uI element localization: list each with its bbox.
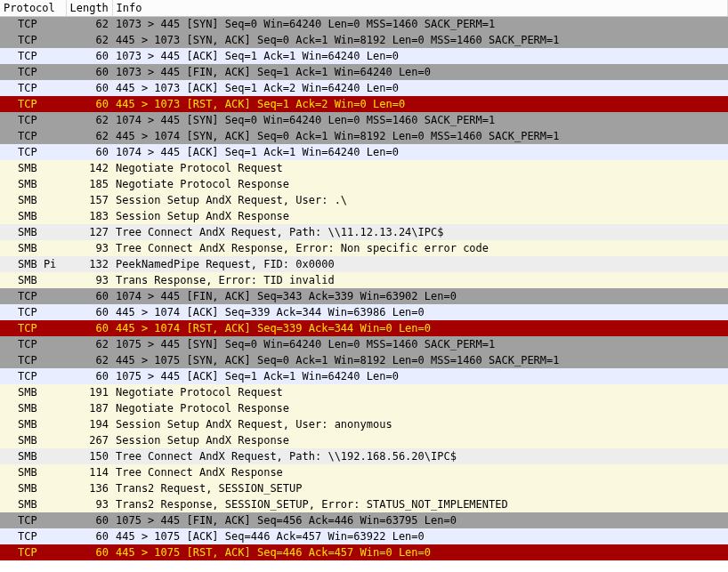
cell-info: Tree Connect AndX Request, Path: \\192.1… [112, 448, 728, 464]
cell-info: Negotiate Protocol Response [112, 176, 728, 192]
cell-length: 62 [66, 128, 112, 144]
cell-protocol: SMB [0, 416, 66, 432]
cell-length: 60 [66, 48, 112, 64]
cell-length: 93 [66, 272, 112, 288]
cell-protocol: SMB [0, 432, 66, 448]
cell-length: 60 [66, 512, 112, 528]
cell-info: Session Setup AndX Response [112, 208, 728, 224]
cell-protocol: SMB [0, 496, 66, 512]
packet-row[interactable]: TCP621075 > 445 [SYN] Seq=0 Win=64240 Le… [0, 336, 728, 352]
packet-row[interactable]: TCP601075 > 445 [ACK] Seq=1 Ack=1 Win=64… [0, 368, 728, 384]
cell-info: Negotiate Protocol Request [112, 384, 728, 400]
cell-info: Trans2 Response, SESSION_SETUP, Error: S… [112, 496, 728, 512]
cell-protocol: TCP [0, 16, 66, 32]
column-header-info[interactable]: Info [112, 0, 728, 16]
packet-row[interactable]: SMB136Trans2 Request, SESSION_SETUP [0, 480, 728, 496]
cell-info: 445 > 1073 [ACK] Seq=1 Ack=2 Win=64240 L… [112, 80, 728, 96]
packet-row[interactable]: SMB191Negotiate Protocol Request [0, 384, 728, 400]
column-header-length[interactable]: Length [66, 0, 112, 16]
cell-length: 114 [66, 464, 112, 480]
cell-info: 1075 > 445 [FIN, ACK] Seq=456 Ack=446 Wi… [112, 512, 728, 528]
packet-row[interactable]: SMB187Negotiate Protocol Response [0, 400, 728, 416]
cell-length: 60 [66, 96, 112, 112]
packet-row[interactable]: TCP601075 > 445 [FIN, ACK] Seq=456 Ack=4… [0, 512, 728, 528]
cell-info: Session Setup AndX Response [112, 432, 728, 448]
cell-length: 60 [66, 544, 112, 560]
cell-protocol: TCP [0, 32, 66, 48]
cell-length: 132 [66, 256, 112, 272]
cell-protocol: TCP [0, 512, 66, 528]
cell-info: PeekNamedPipe Request, FID: 0x0000 [112, 256, 728, 272]
cell-length: 185 [66, 176, 112, 192]
packet-row[interactable]: SMB194Session Setup AndX Request, User: … [0, 416, 728, 432]
packet-row[interactable]: TCP621073 > 445 [SYN] Seq=0 Win=64240 Le… [0, 16, 728, 32]
cell-length: 191 [66, 384, 112, 400]
cell-info: Negotiate Protocol Request [112, 160, 728, 176]
cell-protocol: SMB [0, 272, 66, 288]
cell-length: 194 [66, 416, 112, 432]
packet-row[interactable]: SMB127Tree Connect AndX Request, Path: \… [0, 224, 728, 240]
cell-length: 142 [66, 160, 112, 176]
cell-info: 445 > 1075 [ACK] Seq=446 Ack=457 Win=639… [112, 528, 728, 544]
cell-length: 62 [66, 112, 112, 128]
cell-info: 445 > 1073 [SYN, ACK] Seq=0 Ack=1 Win=81… [112, 32, 728, 48]
packet-row[interactable]: SMB267Session Setup AndX Response [0, 432, 728, 448]
cell-info: 445 > 1074 [RST, ACK] Seq=339 Ack=344 Wi… [112, 320, 728, 336]
packet-row[interactable]: TCP601074 > 445 [FIN, ACK] Seq=343 Ack=3… [0, 288, 728, 304]
packet-row[interactable]: SMB142Negotiate Protocol Request [0, 160, 728, 176]
cell-info: Session Setup AndX Request, User: anonym… [112, 416, 728, 432]
packet-row[interactable]: SMB93Tree Connect AndX Response, Error: … [0, 240, 728, 256]
cell-protocol: TCP [0, 528, 66, 544]
cell-info: Trans Response, Error: TID invalid [112, 272, 728, 288]
packet-row[interactable]: TCP60445 > 1073 [RST, ACK] Seq=1 Ack=2 W… [0, 96, 728, 112]
packet-row[interactable]: SMB157Session Setup AndX Request, User: … [0, 192, 728, 208]
packet-row[interactable]: TCP62445 > 1073 [SYN, ACK] Seq=0 Ack=1 W… [0, 32, 728, 48]
cell-protocol: TCP [0, 80, 66, 96]
cell-info: 1075 > 445 [SYN] Seq=0 Win=64240 Len=0 M… [112, 336, 728, 352]
cell-protocol: TCP [0, 288, 66, 304]
packet-row[interactable]: SMB183Session Setup AndX Response [0, 208, 728, 224]
cell-length: 150 [66, 448, 112, 464]
packet-row[interactable]: TCP601073 > 445 [ACK] Seq=1 Ack=1 Win=64… [0, 48, 728, 64]
packet-row[interactable]: TCP601074 > 445 [ACK] Seq=1 Ack=1 Win=64… [0, 144, 728, 160]
cell-length: 60 [66, 320, 112, 336]
cell-protocol: SMB [0, 448, 66, 464]
cell-length: 157 [66, 192, 112, 208]
packet-row[interactable]: SMB93Trans Response, Error: TID invalid [0, 272, 728, 288]
cell-length: 60 [66, 528, 112, 544]
cell-protocol: SMB [0, 208, 66, 224]
cell-info: 1074 > 445 [ACK] Seq=1 Ack=1 Win=64240 L… [112, 144, 728, 160]
packet-row[interactable]: SMB185Negotiate Protocol Response [0, 176, 728, 192]
cell-info: 445 > 1074 [ACK] Seq=339 Ack=344 Win=639… [112, 304, 728, 320]
packet-row[interactable]: TCP60445 > 1074 [RST, ACK] Seq=339 Ack=3… [0, 320, 728, 336]
cell-protocol: SMB [0, 400, 66, 416]
cell-protocol: TCP [0, 320, 66, 336]
packet-row[interactable]: SMB Pi132PeekNamedPipe Request, FID: 0x0… [0, 256, 728, 272]
cell-protocol: TCP [0, 352, 66, 368]
cell-protocol: TCP [0, 96, 66, 112]
column-header-row: Protocol Length Info [0, 0, 728, 16]
cell-length: 60 [66, 64, 112, 80]
packet-row[interactable]: TCP601073 > 445 [FIN, ACK] Seq=1 Ack=1 W… [0, 64, 728, 80]
packet-row[interactable]: TCP62445 > 1074 [SYN, ACK] Seq=0 Ack=1 W… [0, 128, 728, 144]
cell-protocol: TCP [0, 128, 66, 144]
column-header-protocol[interactable]: Protocol [0, 0, 66, 16]
cell-length: 183 [66, 208, 112, 224]
packet-row[interactable]: TCP60445 > 1075 [ACK] Seq=446 Ack=457 Wi… [0, 528, 728, 544]
cell-length: 187 [66, 400, 112, 416]
packet-row[interactable]: TCP621074 > 445 [SYN] Seq=0 Win=64240 Le… [0, 112, 728, 128]
cell-protocol: TCP [0, 144, 66, 160]
packet-row[interactable]: TCP60445 > 1073 [ACK] Seq=1 Ack=2 Win=64… [0, 80, 728, 96]
cell-length: 60 [66, 144, 112, 160]
cell-protocol: SMB [0, 224, 66, 240]
cell-info: 1073 > 445 [FIN, ACK] Seq=1 Ack=1 Win=64… [112, 64, 728, 80]
packet-row[interactable]: TCP60445 > 1075 [RST, ACK] Seq=446 Ack=4… [0, 544, 728, 560]
packet-row[interactable]: SMB150Tree Connect AndX Request, Path: \… [0, 448, 728, 464]
packet-row[interactable]: TCP60445 > 1074 [ACK] Seq=339 Ack=344 Wi… [0, 304, 728, 320]
cell-protocol: TCP [0, 48, 66, 64]
packet-row[interactable]: SMB93Trans2 Response, SESSION_SETUP, Err… [0, 496, 728, 512]
packet-row[interactable]: SMB114Tree Connect AndX Response [0, 464, 728, 480]
cell-protocol: SMB [0, 160, 66, 176]
packet-row[interactable]: TCP62445 > 1075 [SYN, ACK] Seq=0 Ack=1 W… [0, 352, 728, 368]
cell-length: 267 [66, 432, 112, 448]
